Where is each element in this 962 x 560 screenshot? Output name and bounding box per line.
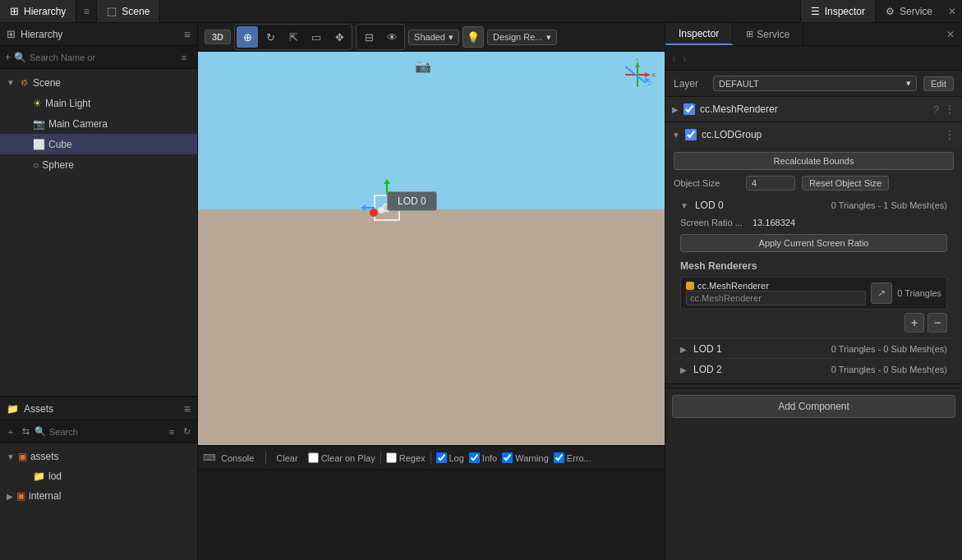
mesh-renderer-menu-icon[interactable]: ⋮: [944, 103, 955, 116]
lod2-expand-arrow[interactable]: ▶: [680, 365, 687, 374]
move-tool-btn[interactable]: ⊕: [237, 26, 258, 48]
clearonplay-checkbox[interactable]: [308, 452, 319, 463]
hierarchy-main-light[interactable]: ☀ Main Light: [0, 93, 197, 113]
assets-search-input[interactable]: [49, 427, 163, 437]
lod-group-header[interactable]: ▼ cc.LODGroup ⋮: [665, 122, 962, 147]
anchor-tool-btn[interactable]: ⊟: [358, 26, 380, 48]
insp-back-btn[interactable]: ‹: [672, 52, 676, 65]
mesh-renderer-checkbox[interactable]: [684, 103, 695, 115]
mesh-renderer-help-icon[interactable]: ?: [933, 103, 939, 116]
design-mode-select[interactable]: Design Re... ▾: [487, 30, 557, 45]
assets-collapse-btn[interactable]: ⇆: [20, 424, 31, 440]
assets-internal-item[interactable]: ▶ ▣ internal: [0, 486, 197, 506]
light-btn[interactable]: 💡: [463, 26, 484, 48]
hierarchy-cube[interactable]: ⬜ Cube: [0, 134, 197, 154]
error-checkbox[interactable]: [554, 452, 564, 463]
mesh-renderer-component: ▶ cc.MeshRenderer ? ⋮: [665, 97, 962, 122]
reset-object-size-btn[interactable]: Reset Object Size: [802, 176, 889, 190]
sphere-label: Sphere: [42, 159, 74, 171]
cube-icon: ⬜: [33, 139, 45, 150]
scale-tool-btn[interactable]: ⇱: [283, 26, 304, 48]
lod-group-checkbox[interactable]: [685, 129, 697, 140]
svg-marker-4: [361, 204, 366, 211]
object-size-label: Object Size: [674, 178, 739, 188]
object-size-input[interactable]: [746, 176, 795, 190]
main-light-icon: ☀: [33, 98, 42, 109]
hierarchy-list-icon[interactable]: ≡: [176, 49, 192, 66]
recalculate-bounds-btn[interactable]: Recalculate Bounds: [674, 152, 954, 170]
screen-ratio-label: Screen Ratio ...: [680, 218, 746, 227]
assets-internal-folder-icon: ▣: [16, 490, 25, 502]
warning-label: Warning: [515, 453, 549, 463]
shade-mode-select[interactable]: Shaded ▾: [408, 30, 459, 45]
console-warning-check[interactable]: Warning: [502, 452, 549, 463]
log-label: Log: [449, 453, 464, 463]
hierarchy-panel-menu[interactable]: ≡: [184, 28, 191, 41]
main-light-label: Main Light: [45, 98, 90, 109]
apply-screen-ratio-btn[interactable]: Apply Current Screen Ratio: [680, 234, 947, 252]
rect-tool-btn[interactable]: ▭: [306, 26, 327, 48]
assets-lod-item[interactable]: 📁 lod: [0, 466, 197, 486]
layer-select[interactable]: DEFAULT ▾: [713, 76, 917, 91]
assets-menu-btn[interactable]: ≡: [184, 402, 191, 415]
hierarchy-search-input[interactable]: [30, 53, 173, 62]
console-log-check[interactable]: Log: [436, 452, 464, 463]
hierarchy-tab-label: Hierarchy: [24, 6, 66, 17]
tab-inspector[interactable]: ☰ Inspector: [800, 0, 875, 22]
hierarchy-main-camera[interactable]: 📷 Main Camera: [0, 113, 197, 134]
hierarchy-sphere[interactable]: ○ Sphere: [0, 154, 197, 175]
console-error-check[interactable]: Erro...: [554, 452, 591, 463]
console-clear-btn[interactable]: Clear: [271, 452, 302, 465]
hierarchy-panel-title: Hierarchy: [21, 29, 179, 40]
mesh-pick-btn[interactable]: ↗: [871, 282, 892, 304]
mesh-input-field[interactable]: [686, 291, 866, 305]
lod1-expand-arrow[interactable]: ▶: [680, 345, 687, 354]
mesh-triangles: 0 Triangles: [897, 288, 941, 298]
inspector-header: Inspector ⊞ Service ✕: [665, 23, 962, 46]
assets-refresh-btn[interactable]: ↻: [181, 424, 192, 440]
inspector-menu-btn[interactable]: ✕: [942, 0, 962, 22]
lod-group-menu-icon[interactable]: ⋮: [944, 128, 955, 141]
mesh-remove-btn[interactable]: −: [927, 313, 947, 333]
scene-view[interactable]: 📷 LOD 0: [198, 52, 665, 445]
warning-checkbox[interactable]: [502, 452, 513, 463]
tab-service[interactable]: ⚙ Service: [875, 0, 942, 22]
transform-tool-btn[interactable]: ✥: [329, 26, 350, 48]
tab-hierarchy[interactable]: ⊞ Hierarchy: [0, 0, 76, 22]
hierarchy-tree: ▼ ⛭ Scene ☀ Main Light 📷 Main Camera ⬜: [0, 69, 197, 396]
btn-3d[interactable]: 3D: [205, 30, 231, 44]
mesh-add-btn[interactable]: +: [904, 313, 924, 333]
add-component-btn[interactable]: Add Component: [672, 395, 955, 418]
layer-edit-btn[interactable]: Edit: [923, 76, 954, 91]
inspector-tab[interactable]: Inspector: [665, 23, 733, 45]
visible-tool-btn[interactable]: 👁: [381, 26, 403, 48]
inspector-close-btn[interactable]: ✕: [939, 29, 962, 40]
hierarchy-menu-btn[interactable]: ≡: [76, 0, 96, 22]
log-checkbox[interactable]: [436, 452, 447, 463]
service-tab-right[interactable]: ⊞ Service: [733, 23, 803, 45]
assets-lod-folder-icon: 📁: [33, 470, 45, 482]
console-info-check[interactable]: Info: [469, 452, 497, 463]
center-panel: 3D ⊕ ↻ ⇱ ▭ ✥ ⊟ 👁 Shaded ▾ 💡 Design Re...…: [198, 23, 665, 560]
hierarchy-add-icon[interactable]: +: [5, 52, 11, 63]
main-camera-icon: 📷: [33, 118, 45, 130]
insp-forward-btn[interactable]: ›: [683, 52, 687, 65]
regex-checkbox[interactable]: [386, 452, 397, 463]
scene-toolbar: 3D ⊕ ↻ ⇱ ▭ ✥ ⊟ 👁 Shaded ▾ 💡 Design Re...…: [198, 23, 665, 52]
assets-root-item[interactable]: ▼ ▣ assets: [0, 447, 197, 466]
svg-text:X: X: [651, 71, 656, 79]
rotate-tool-btn[interactable]: ↻: [260, 26, 281, 48]
svg-text:Z: Z: [647, 80, 651, 87]
assets-list-btn[interactable]: ≡: [166, 424, 177, 440]
scene-orientation-gizmo[interactable]: X Y Z: [617, 58, 658, 91]
console-sep2: [380, 452, 381, 465]
console-clearonplay-check[interactable]: Clear on Play: [308, 452, 375, 463]
console-regex-check[interactable]: Regex: [386, 452, 426, 463]
mesh-renderer-header[interactable]: ▶ cc.MeshRenderer ? ⋮: [665, 97, 962, 122]
tab-scene[interactable]: ⬚ Scene: [96, 0, 160, 22]
info-checkbox[interactable]: [469, 452, 480, 463]
lod0-expand-arrow[interactable]: ▼: [680, 201, 688, 210]
hierarchy-scene-item[interactable]: ▼ ⛭ Scene: [0, 72, 197, 93]
layer-chevron-icon: ▾: [906, 78, 911, 89]
assets-add-btn[interactable]: +: [5, 424, 16, 440]
